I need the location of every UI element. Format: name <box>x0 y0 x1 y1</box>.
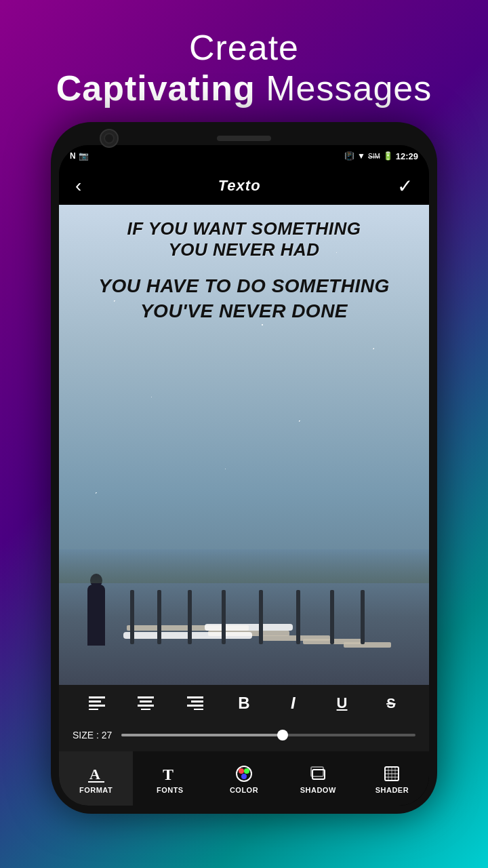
align-left-button[interactable] <box>85 691 109 715</box>
quote-part2: You have to do something you've never do… <box>73 274 415 323</box>
back-button[interactable]: ‹ <box>75 175 81 197</box>
header-bold: Captivating <box>56 68 256 108</box>
quote-line1a: If you want something <box>73 218 415 239</box>
svg-rect-3 <box>89 709 98 710</box>
quote-line1b: you never had <box>73 239 415 260</box>
tab-shadow-label: SHADOW <box>300 786 336 794</box>
tab-format[interactable]: A FORMAT <box>59 751 133 806</box>
tab-shader-label: SHADER <box>375 786 409 794</box>
camera-lens <box>104 133 115 144</box>
align-right-button[interactable] <box>183 691 207 715</box>
confirm-button[interactable]: ✓ <box>397 175 413 197</box>
svg-point-17 <box>244 768 249 774</box>
size-slider[interactable] <box>121 734 415 736</box>
tab-shadow[interactable]: SHADOW <box>281 751 355 806</box>
svg-rect-8 <box>187 696 203 698</box>
svg-rect-11 <box>194 709 203 710</box>
svg-rect-5 <box>140 701 152 703</box>
quote-container: If you want something you never had You … <box>59 218 429 323</box>
fonts-icon: T <box>161 764 180 783</box>
format-icon: A <box>87 764 106 783</box>
status-right: 📳 ▼ SIM 🔋 12:29 <box>344 151 418 161</box>
dock-post-1 <box>130 590 134 644</box>
header-line1: Create <box>56 27 432 68</box>
status-bar: N 📷 📳 ▼ SIM 🔋 12:29 <box>59 145 429 167</box>
shore-silhouette <box>59 549 429 583</box>
tab-format-label: FORMAT <box>79 786 113 794</box>
dock-post-7 <box>330 590 334 644</box>
tab-fonts-label: FONTS <box>157 786 184 794</box>
bold-button[interactable]: B <box>232 691 256 715</box>
app-title: Texto <box>218 177 261 195</box>
snow-dock-2 <box>205 624 293 631</box>
figure-body <box>87 585 105 646</box>
svg-rect-4 <box>138 696 154 698</box>
dock-plank-5 <box>344 642 391 648</box>
header-normal: Messages <box>256 68 432 108</box>
dock-post-8 <box>361 590 365 644</box>
front-camera <box>100 129 119 148</box>
shader-icon <box>382 764 401 783</box>
size-label: SIZE : 27 <box>73 730 112 741</box>
dock-post-5 <box>259 590 263 644</box>
tab-color-label: COLOR <box>230 786 258 794</box>
vibrate-icon: 📳 <box>344 151 354 161</box>
dock-post-3 <box>188 590 192 644</box>
svg-point-16 <box>239 768 244 774</box>
underline-button[interactable]: U <box>330 691 354 715</box>
bottom-tab-bar: A FORMAT T FONTS <box>59 751 429 806</box>
status-n-icon: N <box>70 151 76 161</box>
svg-rect-0 <box>89 696 105 698</box>
svg-text:A: A <box>89 766 100 783</box>
wifi-icon: ▼ <box>357 151 365 161</box>
svg-rect-1 <box>89 701 101 703</box>
quote-line2b: you've never done <box>73 299 415 323</box>
tab-fonts[interactable]: T FONTS <box>133 751 207 806</box>
phone-top <box>59 130 429 145</box>
tab-shader[interactable]: SHADER <box>355 751 429 806</box>
italic-button[interactable]: I <box>281 691 305 715</box>
sim-icon: SIM <box>368 153 380 160</box>
battery-icon: 🔋 <box>383 151 393 161</box>
svg-rect-2 <box>89 705 105 707</box>
svg-point-18 <box>241 774 247 779</box>
svg-text:T: T <box>163 766 174 783</box>
time-display: 12:29 <box>396 151 418 161</box>
tab-color[interactable]: COLOR <box>207 751 281 806</box>
align-center-button[interactable] <box>134 691 158 715</box>
dock-post-4 <box>222 590 226 644</box>
svg-rect-6 <box>138 705 154 707</box>
size-slider-thumb[interactable] <box>277 730 288 741</box>
strikethrough-button[interactable]: S <box>379 691 403 715</box>
quote-part1: If you want something you never had <box>73 218 415 260</box>
svg-rect-9 <box>191 701 203 703</box>
header-section: Create Captivating Messages <box>29 0 460 122</box>
image-background: If you want something you never had You … <box>59 205 429 685</box>
color-icon <box>235 764 253 783</box>
header-line2: Captivating Messages <box>56 68 432 108</box>
shadow-icon <box>308 764 327 783</box>
quote-line2a: You have to do something <box>73 274 415 298</box>
water-background <box>59 549 429 685</box>
phone-frame: N 📷 📳 ▼ SIM 🔋 12:29 ‹ Texto ✓ <box>51 122 437 814</box>
phone-screen: N 📷 📳 ▼ SIM 🔋 12:29 ‹ Texto ✓ <box>59 145 429 806</box>
app-toolbar: ‹ Texto ✓ <box>59 167 429 205</box>
svg-rect-10 <box>187 705 203 707</box>
dock-post-2 <box>157 590 161 644</box>
format-toolbar: B I U S <box>59 685 429 722</box>
svg-rect-7 <box>141 709 150 710</box>
image-canvas[interactable]: If you want something you never had You … <box>59 205 429 685</box>
status-camera-icon: 📷 <box>79 151 89 161</box>
phone-speaker <box>217 136 271 141</box>
size-slider-fill <box>121 734 283 736</box>
dock-post-6 <box>296 590 300 644</box>
size-control: SIZE : 27 <box>59 722 429 751</box>
status-left: N 📷 <box>70 151 89 161</box>
